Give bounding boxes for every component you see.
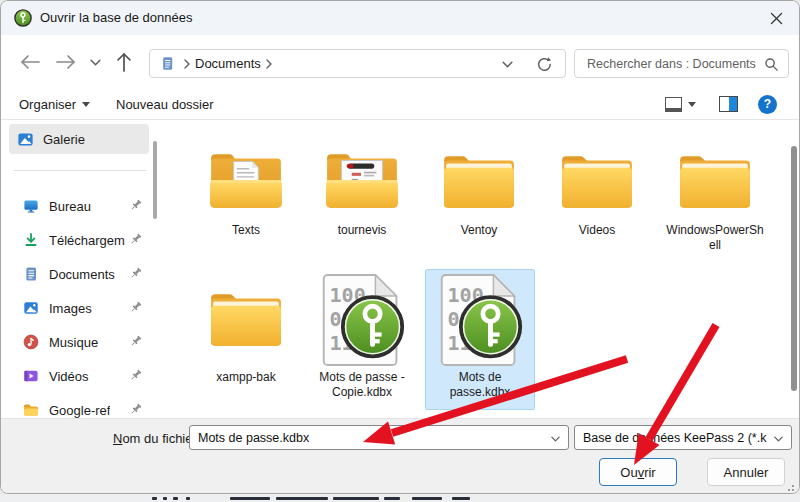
sidebar-item-musique[interactable]: Musique [1, 326, 153, 358]
file-tile-mots-de-passe-copie[interactable]: Mots de passe - Copie.kdbx [307, 270, 417, 400]
sidebar-scrollbar[interactable] [153, 141, 157, 219]
folder-icon [676, 152, 754, 212]
sidebar-gallery-label: Galerie [43, 132, 85, 147]
file-list: Texts tournevis Ventoy Videos WindowsPow… [159, 120, 800, 418]
organize-label: Organiser [19, 97, 76, 112]
open-label-post: rir [644, 465, 656, 480]
resize-grip[interactable] [785, 482, 794, 491]
search-placeholder: Rechercher dans : Documents [587, 57, 756, 71]
help-button[interactable]: ? [758, 92, 777, 116]
folder-icon [207, 290, 285, 350]
search-input[interactable]: Rechercher dans : Documents [574, 49, 789, 78]
desktop-icon [23, 198, 39, 214]
sidebar-item-telechargements[interactable]: Téléchargem [1, 224, 153, 256]
music-icon [23, 334, 39, 350]
keepass-logo-icon [14, 9, 32, 27]
file-tile-ventoy[interactable]: Ventoy [424, 141, 534, 238]
up-icon [114, 51, 134, 73]
sidebar-item-label: Bureau [49, 199, 91, 214]
sidebar-item-label: Images [49, 301, 92, 316]
background-window-strip [0, 494, 800, 502]
gallery-icon [17, 131, 34, 148]
open-label-pre: Ou [620, 465, 637, 480]
pin-icon[interactable] [128, 402, 143, 417]
help-icon: ? [758, 95, 777, 114]
forward-button[interactable] [53, 49, 79, 75]
preview-pane-icon [719, 96, 738, 112]
file-tile-mots-de-passe-selected[interactable]: Mots de passe.kdbx [425, 269, 535, 410]
open-button[interactable]: Ouvrir [599, 458, 677, 486]
keepass-file-icon [318, 272, 406, 368]
organize-button[interactable]: Organiser [19, 92, 90, 116]
file-tile-videos[interactable]: Videos [542, 141, 652, 238]
dialog-title: Ouvrir la base de données [40, 10, 192, 25]
file-tile-texts[interactable]: Texts [191, 141, 301, 238]
filetype-value: Base de données KeePass 2 (*.k [583, 431, 766, 445]
file-name: WindowsPowerShell [660, 223, 770, 253]
filename-label-accel: N [113, 431, 122, 446]
file-tile-xampp-bak[interactable]: xampp-bak [191, 270, 301, 385]
document-icon [23, 266, 39, 282]
refresh-icon[interactable] [536, 56, 553, 73]
cancel-label: Annuler [724, 465, 769, 480]
close-icon [770, 12, 783, 25]
pin-icon[interactable] [128, 300, 143, 315]
sidebar-item-documents[interactable]: Documents [1, 258, 153, 290]
pin-icon[interactable] [128, 334, 143, 349]
sidebar-item-label: Musique [49, 335, 98, 350]
file-name: Mots de passe.kdbx [426, 370, 534, 400]
file-name: Texts [191, 223, 301, 238]
open-file-dialog: Ouvrir la base de données [0, 0, 800, 494]
caret-down-icon [688, 102, 696, 107]
views-button[interactable] [665, 92, 696, 116]
pin-icon[interactable] [128, 368, 143, 383]
cancel-button[interactable]: Annuler [707, 458, 785, 486]
breadcrumb-documents[interactable]: Documents [195, 56, 261, 71]
dialog-footer: Nom du fichier : Mots de passe.kdbx Base… [1, 418, 799, 494]
sidebar-item-videos[interactable]: Vidéos [1, 360, 153, 392]
breadcrumb-chevron-icon [183, 58, 191, 70]
sidebar-item-images[interactable]: Images [1, 292, 153, 324]
close-button[interactable] [759, 3, 793, 33]
preview-pane-button[interactable] [719, 92, 738, 116]
recent-locations-button[interactable] [85, 49, 105, 75]
address-history-chevron-icon[interactable] [501, 60, 514, 69]
download-icon [23, 232, 39, 248]
folder-icon [23, 402, 39, 418]
file-name: xampp-bak [191, 370, 301, 385]
folder-icon [207, 152, 285, 212]
chevron-down-icon [773, 435, 784, 443]
sidebar-item-gallery[interactable]: Galerie [9, 124, 149, 154]
new-folder-button[interactable]: Nouveau dossier [116, 92, 214, 116]
title-bar: Ouvrir la base de données [1, 1, 799, 35]
sidebar-item-label: Vidéos [49, 369, 89, 384]
pin-icon[interactable] [128, 266, 143, 281]
caret-down-icon [82, 102, 90, 107]
filename-combobox[interactable]: Mots de passe.kdbx [189, 425, 569, 450]
back-button[interactable] [17, 49, 43, 75]
back-icon [19, 52, 41, 72]
up-button[interactable] [111, 49, 137, 75]
forward-icon [55, 52, 77, 72]
address-bar[interactable]: Documents [149, 49, 566, 78]
file-name: Mots de passe - Copie.kdbx [307, 370, 417, 400]
file-name: Ventoy [424, 223, 534, 238]
sidebar-item-bureau[interactable]: Bureau [1, 190, 153, 222]
view-mode-icon [665, 97, 682, 112]
file-tile-windowspowershell[interactable]: WindowsPowerShell [660, 141, 770, 253]
pin-icon[interactable] [128, 198, 143, 213]
file-tile-tournevis[interactable]: tournevis [307, 141, 417, 238]
sidebar-item-label: Documents [49, 267, 115, 282]
image-icon [23, 300, 39, 316]
navigation-pane: Galerie Bureau Téléchargem Documents Ima… [1, 120, 159, 418]
pin-icon[interactable] [128, 232, 143, 247]
file-list-scrollbar[interactable] [791, 146, 797, 391]
location-document-icon [160, 56, 175, 71]
sidebar-item-label: Téléchargem [49, 233, 125, 248]
breadcrumb-chevron-icon [265, 58, 273, 70]
folder-icon [440, 152, 518, 212]
keepass-file-icon [436, 272, 524, 368]
filename-value: Mots de passe.kdbx [198, 431, 309, 445]
filetype-combobox[interactable]: Base de données KeePass 2 (*.k [574, 425, 792, 450]
video-icon [23, 368, 39, 384]
